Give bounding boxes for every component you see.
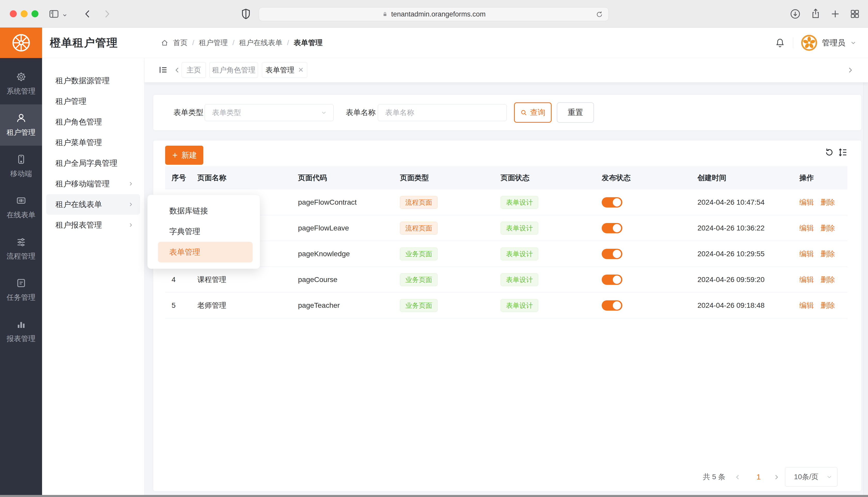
form-type-label: 表单类型 — [174, 108, 203, 118]
row-density-icon[interactable] — [838, 147, 848, 157]
breadcrumb-item-online-form[interactable]: 租户在线表单 — [239, 38, 283, 48]
sidebar-item-label: 在线表单 — [7, 210, 36, 220]
privacy-shield-icon[interactable] — [240, 8, 252, 20]
create-button[interactable]: 新建 — [165, 146, 203, 165]
breadcrumb-item-tenant[interactable]: 租户管理 — [199, 38, 228, 48]
menu-item-menu[interactable]: 租户菜单管理 — [42, 132, 144, 153]
sidebar-toggle-button[interactable] — [49, 9, 59, 19]
next-page-icon[interactable] — [773, 473, 780, 481]
menu-item-label: 租户数据源管理 — [55, 75, 110, 86]
sidebar-item-task[interactable]: 任务管理 — [0, 269, 42, 311]
sidebar-item-tenant[interactable]: 租户管理 — [0, 104, 42, 146]
col-header-type: 页面类型 — [400, 166, 429, 189]
share-button[interactable] — [810, 8, 822, 19]
page-type-badge: 流程页面 — [400, 222, 438, 235]
tabs-scroll-left-icon[interactable] — [173, 66, 182, 74]
downloads-button[interactable] — [789, 8, 801, 19]
form-name-input[interactable] — [378, 104, 507, 121]
create-button-label: 新建 — [181, 150, 197, 160]
cell-name: 课程管理 — [197, 267, 226, 292]
breadcrumb-item-home[interactable]: 首页 — [173, 38, 188, 48]
table-panel: 新建 序号 页面名称 页面代码 页面类型 页面状态 发布状态 创建时间 操作 1… — [153, 141, 861, 491]
page-type-badge: 业务页面 — [400, 247, 438, 260]
search-button[interactable]: 查询 — [514, 102, 552, 123]
user-menu[interactable]: 管理员 — [801, 34, 857, 51]
publish-toggle[interactable] — [602, 223, 622, 233]
sidebar-item-online-form[interactable]: 在线表单 — [0, 187, 42, 228]
tabs-scroll-right-icon[interactable] — [846, 66, 855, 74]
back-button[interactable] — [82, 8, 93, 19]
sidebar-chevron-down-icon[interactable] — [62, 12, 68, 18]
home-icon — [161, 39, 168, 47]
sidebar-item-report[interactable]: 报表管理 — [0, 311, 42, 352]
refresh-icon[interactable] — [824, 147, 835, 157]
table-header-row: 序号 页面名称 页面代码 页面类型 页面状态 发布状态 创建时间 操作 — [165, 166, 848, 189]
menu-item-label: 租户在线表单 — [55, 199, 102, 210]
url-text: tenantadmin.orangeforms.com — [391, 10, 486, 18]
delete-link[interactable]: 删除 — [821, 249, 835, 259]
prev-page-icon[interactable] — [734, 473, 742, 481]
reload-icon[interactable] — [595, 11, 603, 18]
tab-label: 主页 — [187, 65, 201, 75]
publish-toggle[interactable] — [602, 274, 622, 285]
tab-home[interactable]: 主页 — [182, 62, 206, 78]
traffic-light-minimize-button[interactable] — [20, 10, 28, 17]
cell-code: pageFlowContract — [298, 189, 357, 215]
menu-item-tenant[interactable]: 租户管理 — [42, 91, 144, 112]
menu-item-mobile-mgmt[interactable]: 租户移动端管理 — [42, 173, 144, 194]
new-tab-button[interactable] — [830, 9, 841, 19]
delete-link[interactable]: 删除 — [821, 197, 835, 207]
menu-item-online-form[interactable]: 租户在线表单 — [46, 194, 140, 215]
tab-overview-button[interactable] — [850, 9, 860, 19]
tab-form-mgmt[interactable]: 表单管理 ✕ — [262, 62, 307, 78]
page-status-badge: 表单设计 — [500, 222, 538, 235]
table-row: 3 pageKnowledge 业务页面 表单设计 2024-04-26 10:… — [165, 241, 848, 267]
header-divider — [793, 38, 793, 48]
sidebar-item-mobile[interactable]: 移动端 — [0, 146, 42, 187]
submenu-item-form-mgmt[interactable]: 表单管理 — [158, 242, 252, 262]
reset-button[interactable]: 重置 — [557, 102, 594, 123]
menu-item-datasource[interactable]: 租户数据源管理 — [42, 70, 144, 91]
forward-button[interactable] — [101, 8, 112, 19]
menu-item-report-mgmt[interactable]: 租户报表管理 — [42, 215, 144, 235]
edit-link[interactable]: 编辑 — [799, 249, 814, 259]
menu-item-dict[interactable]: 租户全局字典管理 — [42, 153, 144, 173]
cell-name: 老师管理 — [197, 293, 226, 318]
page-size-select[interactable]: 10条/页 — [785, 467, 838, 487]
delete-link[interactable]: 删除 — [821, 301, 835, 310]
publish-toggle[interactable] — [602, 300, 622, 311]
chevron-down-icon — [320, 109, 327, 116]
form-type-select[interactable]: 表单类型 — [205, 104, 334, 121]
sidebar-item-system[interactable]: 系统管理 — [0, 63, 42, 104]
menu-item-label: 租户报表管理 — [55, 220, 102, 230]
submenu-popup: 数据库链接 字典管理 表单管理 — [147, 195, 260, 269]
edit-link[interactable]: 编辑 — [799, 223, 814, 233]
chevron-right-icon — [128, 222, 134, 228]
submenu-item-db-link[interactable]: 数据库链接 — [148, 201, 260, 221]
menu-item-role[interactable]: 租户角色管理 — [42, 112, 144, 132]
sidebar-item-process[interactable]: 流程管理 — [0, 228, 42, 269]
publish-toggle[interactable] — [602, 249, 622, 259]
filter-panel: 表单类型 表单类型 表单名称 查询 重置 — [153, 95, 861, 130]
traffic-light-close-button[interactable] — [10, 10, 17, 17]
scrollbar-gutter[interactable] — [863, 58, 868, 495]
edit-link[interactable]: 编辑 — [799, 301, 814, 310]
page-status-badge: 表单设计 — [500, 273, 538, 286]
delete-link[interactable]: 删除 — [821, 223, 835, 233]
notification-bell-icon[interactable] — [775, 38, 785, 48]
close-icon[interactable]: ✕ — [298, 66, 304, 74]
page-number[interactable]: 1 — [752, 467, 766, 487]
tab-tenant-role[interactable]: 租户角色管理 — [209, 62, 258, 78]
publish-toggle[interactable] — [602, 197, 622, 208]
avatar — [801, 34, 817, 51]
menu-fold-icon[interactable] — [158, 65, 168, 75]
edit-link[interactable]: 编辑 — [799, 275, 814, 285]
edit-link[interactable]: 编辑 — [799, 197, 814, 207]
page-size-value: 10条/页 — [794, 472, 818, 482]
delete-link[interactable]: 删除 — [821, 275, 835, 285]
traffic-light-zoom-button[interactable] — [31, 10, 39, 17]
cell-created: 2024-04-26 09:59:20 — [698, 267, 764, 292]
submenu-item-dict[interactable]: 字典管理 — [148, 221, 260, 242]
online-form-icon — [16, 195, 27, 206]
url-address-field[interactable]: tenantadmin.orangeforms.com — [259, 7, 609, 21]
